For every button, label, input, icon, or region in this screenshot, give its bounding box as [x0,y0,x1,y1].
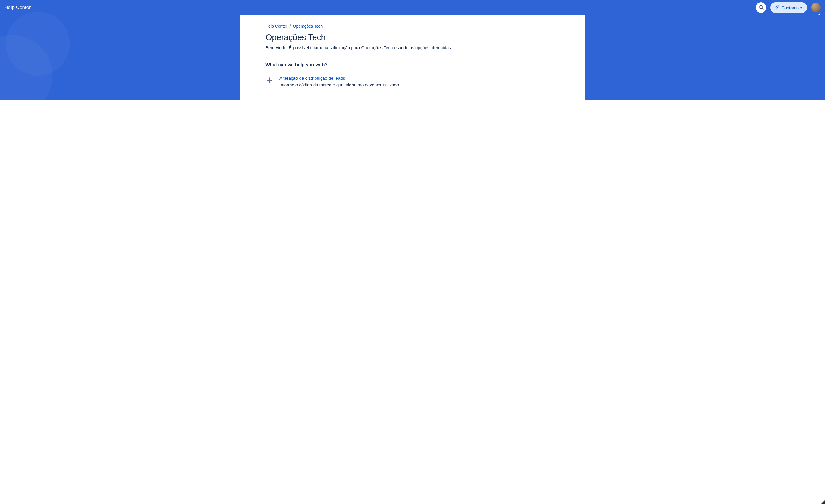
page-background [0,100,825,504]
pencil-icon [774,5,779,10]
resize-handle[interactable] [821,500,825,504]
top-header: Help Center Customize 1 [0,0,825,15]
header-actions: Customize 1 [756,2,821,13]
breadcrumb-link-help-center[interactable]: Help Center [266,24,287,28]
request-list: Alteração de distribuição de leads Infor… [266,76,559,100]
breadcrumb-link-operacoes-tech[interactable]: Operações Tech [293,24,323,28]
request-title: Alteração de distribuição de leads [280,76,559,81]
plus-icon [266,76,274,84]
section-title: What can we help you with? [266,62,559,68]
banner-background: Help Center Customize 1 [0,0,825,100]
page-description: Bem-vindo! É possível criar uma solicita… [266,45,559,50]
search-icon [758,4,764,11]
page-title: Operações Tech [266,32,559,42]
customize-button[interactable]: Customize [770,2,807,13]
search-button[interactable] [756,2,766,13]
user-avatar[interactable]: 1 [811,3,821,12]
request-item[interactable]: Alteração de distribuição de leads Infor… [266,76,559,88]
avatar-badge: 1 [818,12,820,15]
decorative-cloud [6,12,70,76]
request-body: Alteração de distribuição de leads Infor… [280,76,559,88]
svg-line-1 [762,8,763,9]
breadcrumb-separator: / [290,24,291,28]
breadcrumb: Help Center / Operações Tech [266,24,559,28]
request-description: Informe o código da marca e qual algorit… [280,82,559,88]
customize-label: Customize [781,5,802,10]
brand-title[interactable]: Help Center [4,5,756,10]
main-panel: Help Center / Operações Tech Operações T… [240,15,585,100]
